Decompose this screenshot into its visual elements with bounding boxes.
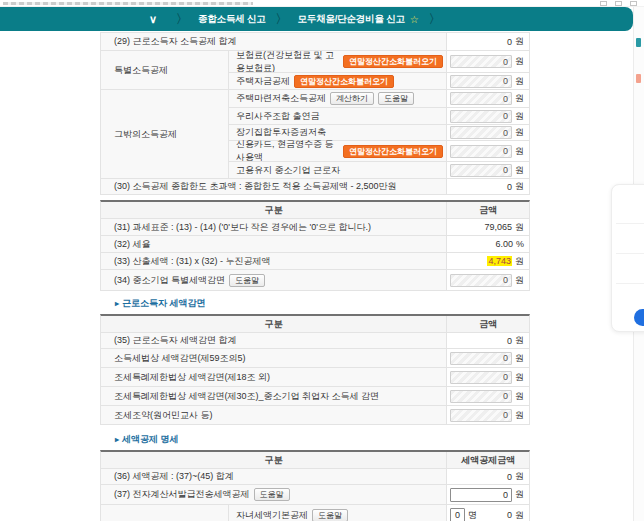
special-deduction-group-row: 특별소득공제 보험료(건강보험료 및 고용보험료) 연말정산간소화불러오기 원 <box>101 50 529 89</box>
top-navbar: ∨ 〉 종합소득세 신고 〉 모두채움/단순경비율 신고 ☆ 〉 <box>0 7 633 31</box>
table-row: 우리사주조합 출연금 원 <box>229 107 529 124</box>
quickmenu-teal-icon[interactable] <box>636 38 641 47</box>
yearend-import-button[interactable]: 연말정산간소화불러오기 <box>343 55 443 68</box>
child-count-cell: 명 0 원 <box>447 505 529 521</box>
unit-label: 원 <box>515 55 524 68</box>
yearend-import-button[interactable]: 연말정산간소화불러오기 <box>294 75 394 88</box>
row-label-cell: 고용유지 중소기업 근로자 <box>229 162 447 178</box>
esop-label: 우리사주조합 출연금 <box>236 110 320 123</box>
help-button[interactable]: 도움말 <box>312 509 348 521</box>
housing-savings-amount-input[interactable] <box>450 92 512 105</box>
tax-credit-table: 구분 세액공제금액 (36) 세액공제 : (37)~(45) 합계 0 원 (… <box>100 450 530 521</box>
help-button[interactable]: 도움말 <box>254 488 290 501</box>
row-label: 조세특례제한법상 세액감면(제18조 외) <box>101 368 447 386</box>
housing-fund-amount-input[interactable] <box>450 75 512 88</box>
hometax-income-tax-filing-page: ∨ 〉 종합소득세 신고 〉 모두채움/단순경비율 신고 ☆ 〉 (29) 근로… <box>0 0 644 521</box>
insurance-amount-input[interactable] <box>450 55 512 68</box>
quickmenu-orange-icon[interactable] <box>636 74 641 83</box>
longterm-fund-amount-input[interactable] <box>450 126 512 139</box>
tax-treaty-label: 조세조약(원어민교사 등) <box>114 409 213 422</box>
esop-amount-input[interactable] <box>450 110 512 123</box>
employment-smb-amount-input[interactable] <box>450 164 512 177</box>
einvoice-credit-amount-input[interactable] <box>450 488 512 502</box>
table-header-row: 구분 세액공제금액 <box>101 452 529 468</box>
help-button[interactable]: 도움말 <box>229 274 265 287</box>
value-cell: 원 <box>447 90 529 107</box>
employment-smb-label: 고용유지 중소기업 근로자 <box>236 164 340 177</box>
table-row: 신용카드, 현금영수증 등 사용액 연말정산간소화불러오기 원 <box>229 140 529 161</box>
insurance-label: 보험료(건강보험료 및 고용보험료) <box>236 49 339 75</box>
child-credit-group-row: (38) 자녀세액공제 자녀세액기본공제 도움말 명 0 원 <box>101 504 529 521</box>
unit-label: 원 <box>515 92 524 105</box>
special-law-18-amount-input[interactable] <box>450 371 512 384</box>
tax-treaty-amount-input[interactable] <box>450 409 512 422</box>
row-label-cell: 신용카드, 현금영수증 등 사용액 연말정산간소화불러오기 <box>229 141 447 161</box>
panel-divider <box>616 253 644 254</box>
row37-value-cell: 원 <box>447 485 529 504</box>
value-cell: 원 <box>447 108 529 124</box>
table-row: (35) 근로소득자 세액감면 합계 0 원 <box>101 332 529 348</box>
smb-reduction-amount-input[interactable] <box>450 274 512 287</box>
table-row: (36) 세액공제 : (37)~(45) 합계 0 원 <box>101 468 529 484</box>
section-arrow-icon: ▸ <box>115 435 119 444</box>
unit-label: 원 <box>515 164 524 177</box>
row-label: (37) 전자계산서발급전송세액공제 도움말 <box>101 485 447 504</box>
row30-value-cell: 0 원 <box>447 179 529 194</box>
breadcrumb-separator-icon: 〉 <box>429 11 441 28</box>
special-law-30-amount-input[interactable] <box>450 390 512 403</box>
row33-label: (33) 산출세액 : (31) x (32) - 누진공제액 <box>114 255 271 268</box>
group-label-cell: 그밖의소득공제 <box>101 90 229 178</box>
unit-label: 원 <box>515 221 524 234</box>
row-label: 조세조약(원어민교사 등) <box>101 406 447 424</box>
row29-value-cell: 0 원 <box>447 33 529 50</box>
tab-comprehensive-income-tax[interactable]: 종합소득세 신고 <box>198 13 266 26</box>
value-cell: 원 <box>447 349 529 367</box>
count-unit-label: 명 <box>468 509 477 521</box>
unit-label: 원 <box>515 126 524 139</box>
unit-label: % <box>516 239 524 249</box>
header-amount: 세액공제금액 <box>447 452 529 468</box>
housing-savings-label: 주택마련저축소득공제 <box>236 92 326 105</box>
tab-allfilled-simple-expense[interactable]: 모두채움/단순경비율 신고 <box>298 13 405 26</box>
unit-label: 원 <box>515 145 524 158</box>
unit-label: 원 <box>515 110 524 123</box>
table-row: (33) 산출세액 : (31) x (32) - 누진공제액 4,743 원 <box>101 252 529 269</box>
browser-icon[interactable] <box>615 1 622 6</box>
value-cell: 원 <box>447 141 529 161</box>
help-button[interactable]: 도움말 <box>378 92 414 105</box>
panel-divider <box>616 283 644 284</box>
browser-url-strip <box>0 0 644 7</box>
child-count-input[interactable] <box>450 508 465 521</box>
row34-label: (34) 중소기업 특별세액감면 <box>114 274 225 287</box>
unit-label: 원 <box>515 488 524 501</box>
table-header-row: 구분 금액 <box>101 316 529 332</box>
value-cell: 원 <box>447 387 529 405</box>
row35-label: (35) 근로소득자 세액감면 합계 <box>114 334 237 347</box>
table-row: 조세조약(원어민교사 등) 원 <box>101 405 529 424</box>
table-row: 조세특례제한법상 세액감면(제30조)_중소기업 취업자 소득세 감면 원 <box>101 386 529 405</box>
section-title-reduction: ▸ 근로소득자 세액감면 <box>115 297 530 310</box>
url-text-blur <box>3 2 253 5</box>
row-label: 소득세법상 세액감면(제59조의5) <box>101 349 447 367</box>
section-title-credit: ▸ 세액공제 명세 <box>115 433 530 446</box>
table-row: 자녀세액기본공제 도움말 명 0 원 <box>229 505 529 521</box>
row29-label: (29) 근로소득자 소득공제 합계 <box>114 35 237 48</box>
section-title-text: 근로소득자 세액감면 <box>122 297 206 310</box>
credit-card-amount-input[interactable] <box>450 145 512 158</box>
income-tax-law-amount-input[interactable] <box>450 352 512 365</box>
star-icon[interactable]: ☆ <box>410 14 419 25</box>
row35-value-cell: 0 원 <box>447 333 529 348</box>
amount-value: 0 <box>507 182 512 192</box>
breadcrumb-separator-icon: 〉 <box>176 11 188 28</box>
browser-icon[interactable] <box>630 1 637 6</box>
chevron-down-icon[interactable]: ∨ <box>140 7 166 31</box>
calculate-button[interactable]: 계산하기 <box>330 92 374 105</box>
sub-rows: 주택마련저축소득공제 계산하기 도움말 원 우리사주조합 출연금 <box>229 90 529 178</box>
browser-icon[interactable] <box>600 1 607 6</box>
group-label: 그밖의소득공제 <box>114 90 177 178</box>
table-row: (37) 전자계산서발급전송세액공제 도움말 원 <box>101 484 529 504</box>
chat-help-button[interactable] <box>634 309 644 326</box>
yearend-import-button[interactable]: 연말정산간소화불러오기 <box>343 145 443 158</box>
income-tax-law-label: 소득세법상 세액감면(제59조의5) <box>114 352 246 365</box>
unit-label: 원 <box>515 75 524 88</box>
